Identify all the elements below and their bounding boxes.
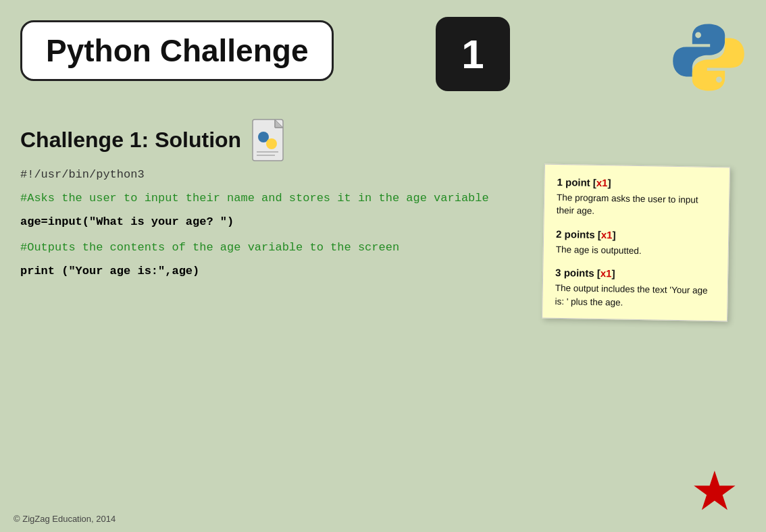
comment2-text: #Outputs the contents of the age variabl… <box>20 241 399 254</box>
score-item-1: 1 point [x1] The program asks the user t… <box>557 175 717 220</box>
code2-text: print ("Your age is:",age) <box>20 265 199 277</box>
score-desc-1: The program asks the user to input their… <box>557 191 717 220</box>
challenge-heading: Challenge 1: Solution <box>20 118 288 162</box>
scoring-card: 1 point [x1] The program asks the user t… <box>542 164 730 322</box>
score-label-2: 2 points [x1] <box>556 227 716 244</box>
svg-point-5 <box>266 138 277 149</box>
code-area: #!/usr/bin/python3 #Asks the user to inp… <box>20 165 489 286</box>
footer-text: © ZigZag Education, 2014 <box>14 514 116 524</box>
code1-text: age=input("What is your age? ") <box>20 215 234 228</box>
code2-block: print ("Your age is:",age) <box>20 262 489 280</box>
number-badge: 1 <box>436 17 510 91</box>
footer: © ZigZag Education, 2014 <box>14 514 116 524</box>
title-text: Python Challenge <box>46 33 308 68</box>
title-box: Python Challenge <box>20 20 334 81</box>
comment1-text: #Asks the user to input their name and s… <box>20 192 489 205</box>
comment2-block: #Outputs the contents of the age variabl… <box>20 238 489 257</box>
shebang-line: #!/usr/bin/python3 <box>20 165 489 184</box>
challenge-heading-text: Challenge 1: Solution <box>20 128 241 153</box>
score-desc-2: The age is outputted. <box>556 243 716 259</box>
red-star: ★ <box>690 464 739 518</box>
score-label-3: 3 points [x1] <box>555 265 715 283</box>
file-icon <box>251 118 288 162</box>
code1-block: age=input("What is your age? ") <box>20 213 489 231</box>
score-label-1: 1 point [x1] <box>557 175 717 192</box>
python-logo-svg <box>671 20 746 95</box>
score-desc-3: The output includes the text 'Your age i… <box>555 282 715 311</box>
score-item-2: 2 points [x1] The age is outputted. <box>556 227 717 259</box>
comment1-block: #Asks the user to input their name and s… <box>20 189 489 207</box>
shebang-text: #!/usr/bin/python3 <box>20 168 145 181</box>
number-badge-text: 1 <box>461 31 484 78</box>
python-logo <box>671 20 746 95</box>
score-item-3: 3 points [x1] The output includes the te… <box>555 265 715 311</box>
